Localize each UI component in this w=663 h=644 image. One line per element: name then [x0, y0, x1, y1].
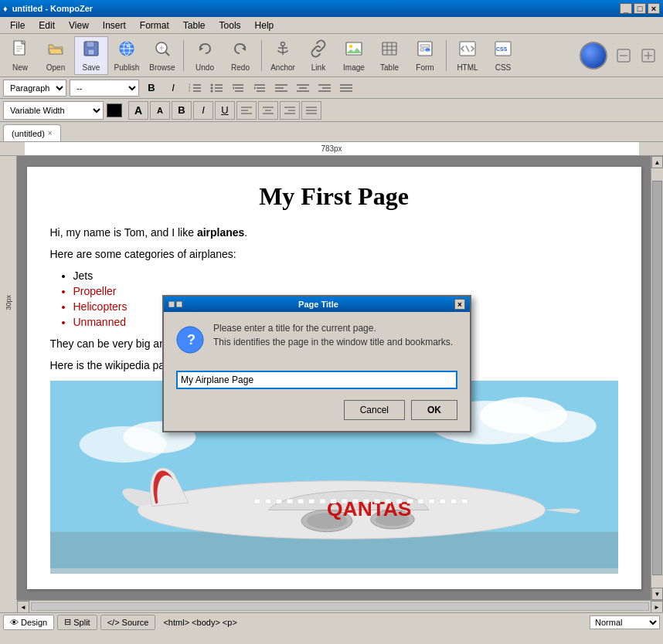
cancel-button[interactable]: Cancel — [344, 400, 405, 420]
indent-in-btn[interactable] — [250, 80, 269, 97]
menu-bar: File Edit View Insert Format Table Tools… — [0, 17, 663, 34]
save-icon — [82, 39, 100, 62]
bold-btn[interactable]: B — [172, 101, 192, 120]
extra-btn2[interactable] — [637, 36, 660, 75]
dialog-min-btn[interactable]: _ — [168, 301, 175, 307]
source-tab[interactable]: </> Source — [100, 615, 156, 630]
dialog-close-btn[interactable]: × — [454, 299, 465, 310]
ruler-label: 783px — [321, 144, 342, 153]
html-button[interactable]: HTML — [450, 36, 484, 75]
css-button[interactable]: CSS CSS — [486, 36, 520, 75]
svg-point-18 — [281, 42, 285, 46]
extra-btn1[interactable] — [612, 36, 635, 75]
paragraph-1: Hi, my name is Tom, and I like airplanes… — [50, 226, 618, 239]
svg-marker-17 — [242, 46, 246, 51]
page-heading: My First Page — [50, 182, 618, 211]
save-button[interactable]: Save — [74, 36, 108, 75]
form-button[interactable]: OK Form — [408, 36, 442, 75]
decrease-font-btn[interactable]: A — [150, 101, 170, 120]
underline-btn[interactable]: U — [215, 101, 235, 120]
image-button[interactable]: Image — [337, 36, 371, 75]
undo-button[interactable]: Undo — [188, 36, 222, 75]
maximize-button[interactable]: □ — [634, 3, 646, 14]
open-icon — [46, 39, 65, 62]
tab-close-btn[interactable]: × — [48, 129, 53, 137]
menu-edit[interactable]: Edit — [32, 18, 62, 33]
split-icon: ⊟ — [64, 617, 71, 627]
minimize-button[interactable]: _ — [620, 3, 632, 14]
bold-icon-btn[interactable]: B — [142, 80, 161, 97]
scroll-down-btn[interactable]: ▼ — [651, 588, 663, 600]
dialog-info-icon: ? — [176, 326, 204, 360]
scroll-right-btn[interactable]: ► — [651, 601, 663, 613]
scroll-left-btn[interactable]: ◄ — [17, 601, 29, 613]
svg-rect-104 — [308, 499, 314, 503]
scroll-up-btn[interactable]: ▲ — [651, 156, 663, 168]
new-button[interactable]: New — [3, 36, 37, 75]
globe-button[interactable] — [576, 36, 610, 75]
table-button[interactable]: Table — [372, 36, 406, 75]
page-title-input[interactable] — [176, 371, 457, 389]
align-left-btn[interactable] — [272, 80, 291, 97]
align-right-btn[interactable] — [315, 80, 334, 97]
svg-text:CSS: CSS — [496, 46, 508, 52]
italic-icon-btn[interactable]: I — [164, 80, 182, 97]
indent-out-btn[interactable] — [229, 80, 247, 97]
split-tab[interactable]: ⊟ Split — [57, 615, 97, 630]
publish-icon — [117, 39, 136, 62]
left-ruler-marker: 30px — [5, 295, 12, 310]
title-bar-title: ♦ untitled - KompoZer — [3, 4, 93, 13]
list-ol-btn[interactable]: 1 2 3 — [185, 80, 204, 97]
align-center-btn[interactable] — [294, 80, 312, 97]
menu-help[interactable]: Help — [248, 18, 281, 33]
align-left-style-btn[interactable] — [236, 101, 257, 120]
main-area: 783px 30px My First Page Hi, my name is … — [0, 142, 663, 631]
align-right-style-btn[interactable] — [280, 101, 300, 120]
new-icon — [11, 39, 29, 62]
svg-rect-117 — [450, 499, 457, 503]
justify-btn[interactable] — [337, 80, 355, 97]
anchor-button[interactable]: Anchor — [266, 36, 300, 75]
ok-button[interactable]: OK — [411, 400, 457, 420]
color-picker[interactable] — [107, 103, 122, 117]
menu-view[interactable]: View — [62, 18, 96, 33]
browse-label: Browse — [149, 63, 175, 72]
source-label: Source — [122, 618, 149, 627]
vertical-scrollbar[interactable]: ▲ ▼ — [651, 156, 663, 600]
document-tab[interactable]: (untitled) × — [3, 124, 61, 141]
align-center-style-btn[interactable] — [258, 101, 278, 120]
justify-style-btn[interactable] — [301, 101, 321, 120]
menu-table[interactable]: Table — [176, 18, 212, 33]
dialog-max-btn[interactable]: □ — [176, 301, 182, 307]
horizontal-scrollbar[interactable]: ◄ ► — [17, 600, 663, 612]
close-button[interactable]: × — [648, 3, 660, 14]
view-mode-select[interactable]: Normal Print Preview — [590, 615, 660, 629]
menu-file[interactable]: File — [3, 18, 32, 33]
style-select[interactable]: -- Default — [70, 80, 139, 97]
width-select[interactable]: Variable Width Fixed Width — [3, 101, 104, 120]
menu-format[interactable]: Format — [133, 18, 176, 33]
open-button[interactable]: Open — [39, 36, 73, 75]
menu-insert[interactable]: Insert — [96, 18, 133, 33]
list-ul-btn[interactable] — [207, 80, 226, 97]
italic-btn[interactable]: I — [193, 101, 213, 120]
new-label: New — [12, 63, 28, 72]
increase-font-btn[interactable]: A — [128, 101, 148, 120]
svg-rect-103 — [298, 499, 304, 503]
dialog-message-line1: Please enter a title for the current pag… — [213, 323, 453, 334]
scroll-thumb[interactable] — [652, 181, 662, 575]
link-button[interactable]: Link — [301, 36, 335, 75]
dialog-message-line2: This identifies the page in the window t… — [213, 337, 453, 347]
redo-button[interactable]: Redo — [223, 36, 257, 75]
design-tab[interactable]: 👁 Design — [3, 615, 54, 630]
open-label: Open — [46, 63, 65, 72]
svg-rect-101 — [276, 499, 282, 503]
publish-button[interactable]: Publish — [110, 36, 144, 75]
dialog-title-dots: _ □ — [168, 301, 182, 307]
svg-rect-100 — [264, 499, 270, 503]
html-label: HTML — [457, 63, 478, 72]
browse-button[interactable]: Browse — [145, 36, 179, 75]
paragraph-select[interactable]: Paragraph Heading 1 Heading 2 Heading 3 — [3, 80, 66, 97]
menu-tools[interactable]: Tools — [212, 18, 248, 33]
svg-rect-102 — [287, 499, 293, 503]
